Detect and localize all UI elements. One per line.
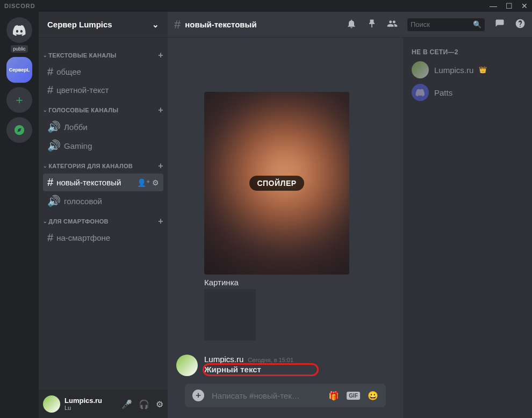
- category-custom[interactable]: ⌄ КАТЕГОРИЯ ДЛЯ КАНАЛОВ +: [39, 159, 168, 173]
- channel-title: новый-текстовый: [185, 20, 256, 29]
- channel-gaming[interactable]: 🔊Gaming: [43, 136, 163, 155]
- chat-main: # новый-текстовый Поиск 🔍 СПОЙЛЕР: [168, 12, 532, 418]
- maximize-button[interactable]: ☐: [506, 2, 513, 10]
- search-icon: 🔍: [473, 20, 481, 28]
- add-channel-button[interactable]: +: [158, 161, 163, 171]
- channel-sidebar: Сервер Lumpics ⌄ ⌄ ТЕКСТОВЫЕ КАНАЛЫ + #о…: [39, 12, 168, 418]
- window-controls: — ☐ ✕: [490, 2, 528, 10]
- category-label: ГОЛОСОВЫЕ КАНАЛЫ: [48, 107, 118, 113]
- channel-на-смартфоне[interactable]: #на-смартфоне: [43, 229, 163, 247]
- server-lumpics[interactable]: СерверL: [6, 57, 32, 83]
- discord-logo-icon: [415, 88, 425, 97]
- speaker-icon: 🔊: [47, 120, 61, 133]
- category-label: ТЕКСТОВЫЕ КАНАЛЫ: [48, 52, 116, 59]
- hash-icon: #: [47, 232, 53, 244]
- channel-scroller: ⌄ ТЕКСТОВЫЕ КАНАЛЫ + #общее #цветной-тек…: [39, 38, 168, 390]
- message: Lumpics.ru Сегодня, в 15:01 Жирный текст: [176, 352, 394, 378]
- add-server-button[interactable]: ＋: [6, 87, 32, 113]
- gif-button[interactable]: GIF: [347, 392, 360, 400]
- notifications-button[interactable]: [346, 18, 357, 31]
- search-input[interactable]: Поиск 🔍: [407, 18, 485, 31]
- members-header: НЕ В СЕТИ—2: [407, 46, 528, 58]
- channel-общее[interactable]: #общее: [43, 63, 163, 81]
- channel-label: Gaming: [64, 141, 92, 150]
- discord-wordmark: DISCORD: [4, 3, 35, 9]
- search-placeholder: Поиск: [411, 20, 430, 28]
- attachment-caption: Картинка: [204, 278, 394, 287]
- chevron-down-icon: ⌄: [152, 20, 159, 30]
- message-author[interactable]: Lumpics.ru: [204, 355, 243, 364]
- speaker-icon: 🔊: [47, 194, 61, 207]
- add-channel-button[interactable]: +: [158, 105, 163, 115]
- channel-цветной-текст[interactable]: #цветной-текст: [43, 81, 163, 99]
- server-list: public СерверL ＋: [0, 12, 39, 418]
- public-badge: public: [11, 45, 28, 53]
- channel-label: общее: [56, 67, 81, 76]
- member-avatar: [412, 84, 429, 101]
- minimize-button[interactable]: —: [490, 2, 497, 10]
- channel-label: новый-текстовый: [56, 178, 121, 187]
- messages-area: СПОЙЛЕР Картинка Lumpics.ru Сегодня, в 1…: [168, 38, 403, 418]
- discord-logo-icon: [12, 23, 26, 37]
- hash-icon: #: [174, 18, 181, 32]
- attachment-placeholder[interactable]: [204, 289, 256, 341]
- home-button[interactable]: [6, 17, 32, 43]
- help-button[interactable]: [515, 18, 526, 31]
- attach-button[interactable]: +: [192, 390, 204, 401]
- member-name: Patts: [434, 88, 452, 97]
- channel-лобби[interactable]: 🔊Лобби: [43, 118, 163, 136]
- category-label: ДЛЯ СМАРТФОНОВ: [48, 218, 109, 225]
- spoiler-tag: СПОЙЛЕР: [249, 176, 304, 191]
- window-titlebar: DISCORD — ☐ ✕: [0, 0, 532, 12]
- channel-header: # новый-текстовый Поиск 🔍: [168, 12, 532, 38]
- explore-button[interactable]: [6, 117, 32, 143]
- emoji-button[interactable]: 😀: [368, 391, 378, 401]
- add-channel-button[interactable]: +: [158, 217, 163, 226]
- message-avatar[interactable]: [176, 355, 198, 376]
- inbox-button[interactable]: [494, 18, 505, 31]
- mute-button[interactable]: 🎤: [121, 399, 132, 409]
- member-avatar: [412, 61, 429, 78]
- channel-label: цветной-текст: [56, 85, 109, 95]
- category-voice[interactable]: ⌄ ГОЛОСОВЫЕ КАНАЛЫ +: [39, 103, 168, 117]
- server-name: Сервер Lumpics: [47, 20, 112, 29]
- pinned-button[interactable]: [366, 18, 377, 31]
- compose-area: + Написать #новый-тек… 🎁 GIF 😀: [176, 384, 394, 418]
- chevron-down-icon: ⌄: [43, 53, 47, 58]
- settings-button[interactable]: ⚙: [156, 399, 163, 409]
- user-panel: Lumpics.ru Lu 🎤 🎧 ⚙: [39, 390, 168, 418]
- category-text[interactable]: ⌄ ТЕКСТОВЫЕ КАНАЛЫ +: [39, 48, 168, 62]
- speaker-icon: 🔊: [47, 139, 61, 152]
- deafen-button[interactable]: 🎧: [139, 399, 149, 409]
- members-toggle-button[interactable]: [387, 18, 398, 31]
- gear-icon[interactable]: ⚙: [152, 178, 159, 187]
- category-phones[interactable]: ⌄ ДЛЯ СМАРТФОНОВ +: [39, 214, 168, 228]
- close-button[interactable]: ✕: [521, 2, 528, 10]
- hash-icon: #: [47, 176, 53, 189]
- spoiler-attachment[interactable]: СПОЙЛЕР: [204, 92, 349, 275]
- gift-button[interactable]: 🎁: [328, 391, 339, 401]
- member-name: Lumpics.ru: [434, 66, 473, 75]
- compose-placeholder: Написать #новый-тек…: [212, 391, 321, 400]
- member-lumpics[interactable]: Lumpics.ru 👑: [407, 59, 528, 81]
- channel-новый-текстовый[interactable]: # новый-текстовый 👤⁺ ⚙: [43, 174, 163, 191]
- message-input[interactable]: + Написать #новый-тек… 🎁 GIF 😀: [185, 384, 386, 407]
- channel-label: голосовой: [64, 197, 102, 206]
- compass-icon: [13, 124, 25, 136]
- hash-icon: #: [47, 84, 53, 96]
- user-avatar[interactable]: [43, 395, 60, 413]
- member-patts[interactable]: Patts: [407, 82, 528, 103]
- message-content: Жирный текст: [204, 365, 394, 374]
- chevron-down-icon: ⌄: [43, 163, 47, 169]
- invite-icon[interactable]: 👤⁺: [137, 178, 150, 187]
- server-header[interactable]: Сервер Lumpics ⌄: [39, 12, 168, 38]
- server-label: СерверL: [9, 67, 30, 73]
- channel-голосовой[interactable]: 🔊голосовой: [43, 192, 163, 210]
- channel-label: на-смартфоне: [56, 233, 110, 242]
- user-discriminator: Lu: [64, 405, 102, 411]
- members-sidebar: НЕ В СЕТИ—2 Lumpics.ru 👑 Patts: [403, 38, 532, 418]
- hash-icon: #: [47, 66, 53, 78]
- add-channel-button[interactable]: +: [158, 51, 163, 60]
- category-label: КАТЕГОРИЯ ДЛЯ КАНАЛОВ: [48, 163, 133, 169]
- user-name: Lumpics.ru: [64, 397, 102, 405]
